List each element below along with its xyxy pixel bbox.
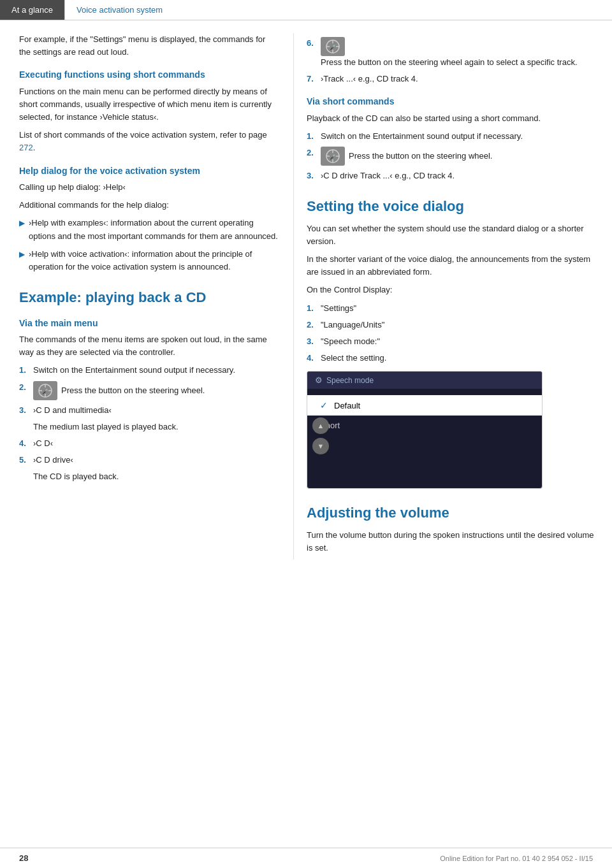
dialog-step-3: 3. "Speech mode:" xyxy=(307,335,597,348)
page-footer: 28 Online Edition for Part no. 01 40 2 9… xyxy=(0,848,612,868)
step-1: 1. Switch on the Entertainment sound out… xyxy=(19,364,278,377)
tab-at-a-glance-label: At a glance xyxy=(11,5,53,15)
help-dialog-heading: Help dialog for the voice activation sys… xyxy=(19,165,278,178)
example-heading: Example: playing back a CD xyxy=(19,289,278,307)
short-step-3: 3. ›C D drive Track ...‹ e.g., CD track … xyxy=(307,170,597,182)
dialog-steps: 1. "Settings" 2. "Language/Units" 3. "Sp… xyxy=(307,302,597,365)
dialog-step-1: 1. "Settings" xyxy=(307,302,597,315)
svg-text:🎤: 🎤 xyxy=(330,44,336,50)
help-dialog-bullets: ▶ ›Help with examples‹: information abou… xyxy=(19,217,278,273)
page-ref-link[interactable]: 272 xyxy=(19,143,33,152)
dialog-step-2: 2. "Language/Units" xyxy=(307,319,597,331)
step-7: 7. ›Track ...‹ e.g., CD track 4. xyxy=(307,73,597,85)
left-column: For example, if the "Settings" menu is d… xyxy=(0,33,293,560)
setting-voice-dialog-heading: Setting the voice dialog xyxy=(307,198,597,216)
voice-dialog-body3: On the Control Display: xyxy=(307,284,597,296)
step-2: 2. 🎤 Press the button on the xyxy=(19,381,278,400)
short-commands-ref: List of short commands of the voice acti… xyxy=(19,129,278,154)
step-5: 5. ›C D drive‹ xyxy=(19,454,278,467)
executing-functions-body: Functions on the main menu can be perfor… xyxy=(19,85,278,124)
short-step-2: 2. 🎤 Press the button on the xyxy=(307,147,597,166)
steering-wheel-icon-2: 🎤 xyxy=(321,37,345,56)
step-4: 4. ›C D‹ xyxy=(19,437,278,450)
footer-copyright: Online Edition for Part no. 01 40 2 954 … xyxy=(440,855,593,862)
speech-mode-title: Speech mode xyxy=(326,376,374,385)
svg-text:🎤: 🎤 xyxy=(330,154,336,160)
step-3: 3. ›C D and multimedia‹ xyxy=(19,404,278,417)
bullet-item-2: ▶ ›Help with voice activation‹: informat… xyxy=(19,248,278,273)
step-5-sub: The CD is played back. xyxy=(19,470,278,483)
steering-wheel-icon-1: 🎤 xyxy=(33,381,57,400)
short-commands-steps: 1. Switch on the Entertainment sound out… xyxy=(307,130,597,182)
svg-text:🎤: 🎤 xyxy=(42,388,48,394)
nav-up-button[interactable]: ▲ xyxy=(312,417,329,434)
nav-down-button[interactable]: ▼ xyxy=(312,438,329,454)
adjusting-volume-heading: Adjusting the volume xyxy=(307,504,597,523)
voice-dialog-body2: In the shorter variant of the voice dial… xyxy=(307,253,597,278)
speech-mode-items: ✓ Default Short xyxy=(307,389,542,442)
additional-commands-text: Additional commands for the help dialog: xyxy=(19,199,278,212)
gear-icon: ⚙ xyxy=(315,375,323,385)
right-column: 6. 🎤 Press the button on the xyxy=(293,33,612,560)
check-icon: ✓ xyxy=(320,400,328,410)
via-short-commands-heading: Via short commands xyxy=(307,96,597,108)
header-tabs: At a glance Voice activation system xyxy=(0,0,612,20)
executing-functions-heading: Executing functions using short commands xyxy=(19,69,278,82)
speech-mode-item-short[interactable]: Short xyxy=(307,416,542,435)
via-short-commands-body: Playback of the CD can also be started u… xyxy=(307,112,597,125)
bullet-arrow-1: ▶ xyxy=(19,217,25,229)
speech-mode-screenshot: ⚙ Speech mode ✓ Default Short ▲ ▼ xyxy=(307,371,543,489)
step-6: 6. 🎤 Press the button on the xyxy=(307,37,597,69)
bullet-arrow-2: ▶ xyxy=(19,249,25,261)
step-3-sub: The medium last played is played back. xyxy=(19,421,278,433)
calling-up-text: Calling up help dialog: ›Help‹ xyxy=(19,181,278,194)
volume-body: Turn the volume button during the spoken… xyxy=(307,529,597,554)
voice-dialog-body1: You can set whether the system should us… xyxy=(307,222,597,248)
main-menu-steps: 1. Switch on the Entertainment sound out… xyxy=(19,364,278,483)
tab-voice-activation-label: Voice activation system xyxy=(76,5,163,15)
main-content: For example, if the "Settings" menu is d… xyxy=(0,20,612,560)
tab-voice-activation[interactable]: Voice activation system xyxy=(65,0,174,20)
main-menu-body: The commands of the menu items are spoke… xyxy=(19,333,278,359)
short-step-1: 1. Switch on the Entertainment sound out… xyxy=(307,130,597,143)
steering-wheel-icon-3: 🎤 xyxy=(321,147,345,166)
speech-mode-item-default[interactable]: ✓ Default xyxy=(307,395,542,416)
page-number: 28 xyxy=(19,853,28,863)
intro-paragraph: For example, if the "Settings" menu is d… xyxy=(19,33,278,59)
tab-at-a-glance[interactable]: At a glance xyxy=(0,0,65,20)
speech-mode-titlebar: ⚙ Speech mode xyxy=(307,372,542,389)
via-main-menu-heading: Via the main menu xyxy=(19,317,278,330)
dialog-step-4: 4. Select the setting. xyxy=(307,352,597,365)
bullet-item-1: ▶ ›Help with examples‹: information abou… xyxy=(19,217,278,242)
continued-steps: 6. 🎤 Press the button on the xyxy=(307,37,597,85)
